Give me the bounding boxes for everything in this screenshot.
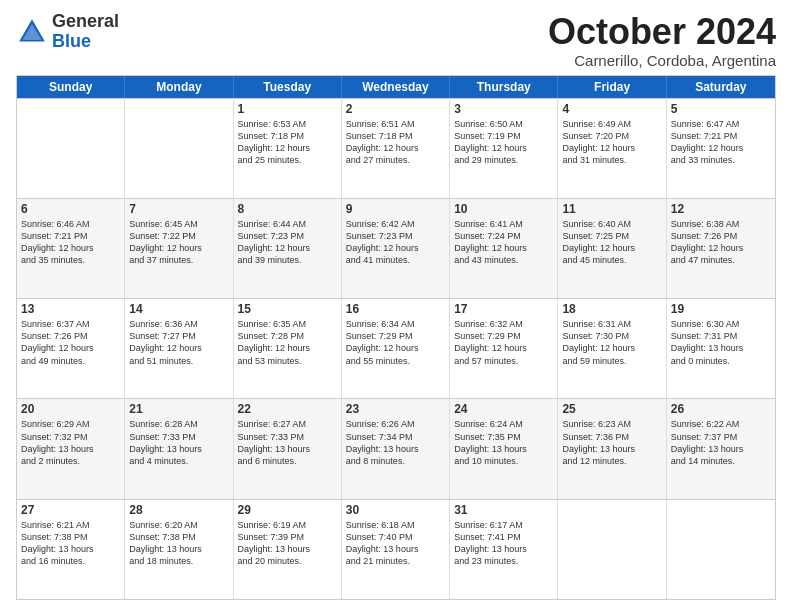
- calendar-day-header: Friday: [558, 76, 666, 98]
- calendar-cell: 8Sunrise: 6:44 AM Sunset: 7:23 PM Daylig…: [234, 199, 342, 298]
- calendar-header: SundayMondayTuesdayWednesdayThursdayFrid…: [17, 76, 775, 98]
- calendar-day-header: Monday: [125, 76, 233, 98]
- cell-detail: Sunrise: 6:47 AM Sunset: 7:21 PM Dayligh…: [671, 118, 771, 167]
- day-number: 24: [454, 402, 553, 416]
- cell-detail: Sunrise: 6:42 AM Sunset: 7:23 PM Dayligh…: [346, 218, 445, 267]
- cell-detail: Sunrise: 6:35 AM Sunset: 7:28 PM Dayligh…: [238, 318, 337, 367]
- calendar-cell: 2Sunrise: 6:51 AM Sunset: 7:18 PM Daylig…: [342, 99, 450, 198]
- calendar-day-header: Tuesday: [234, 76, 342, 98]
- calendar-cell: 19Sunrise: 6:30 AM Sunset: 7:31 PM Dayli…: [667, 299, 775, 398]
- day-number: 1: [238, 102, 337, 116]
- day-number: 21: [129, 402, 228, 416]
- day-number: 12: [671, 202, 771, 216]
- logo-blue: Blue: [52, 32, 119, 52]
- logo-general: General: [52, 12, 119, 32]
- title-block: October 2024 Carnerillo, Cordoba, Argent…: [548, 12, 776, 69]
- cell-detail: Sunrise: 6:46 AM Sunset: 7:21 PM Dayligh…: [21, 218, 120, 267]
- day-number: 17: [454, 302, 553, 316]
- day-number: 22: [238, 402, 337, 416]
- cell-detail: Sunrise: 6:17 AM Sunset: 7:41 PM Dayligh…: [454, 519, 553, 568]
- calendar-cell: 14Sunrise: 6:36 AM Sunset: 7:27 PM Dayli…: [125, 299, 233, 398]
- calendar-cell: 24Sunrise: 6:24 AM Sunset: 7:35 PM Dayli…: [450, 399, 558, 498]
- cell-detail: Sunrise: 6:53 AM Sunset: 7:18 PM Dayligh…: [238, 118, 337, 167]
- calendar-cell: 3Sunrise: 6:50 AM Sunset: 7:19 PM Daylig…: [450, 99, 558, 198]
- day-number: 7: [129, 202, 228, 216]
- day-number: 5: [671, 102, 771, 116]
- day-number: 14: [129, 302, 228, 316]
- logo: General Blue: [16, 12, 119, 52]
- calendar-cell: 4Sunrise: 6:49 AM Sunset: 7:20 PM Daylig…: [558, 99, 666, 198]
- cell-detail: Sunrise: 6:41 AM Sunset: 7:24 PM Dayligh…: [454, 218, 553, 267]
- day-number: 2: [346, 102, 445, 116]
- day-number: 16: [346, 302, 445, 316]
- calendar-cell: 11Sunrise: 6:40 AM Sunset: 7:25 PM Dayli…: [558, 199, 666, 298]
- calendar: SundayMondayTuesdayWednesdayThursdayFrid…: [16, 75, 776, 600]
- cell-detail: Sunrise: 6:45 AM Sunset: 7:22 PM Dayligh…: [129, 218, 228, 267]
- day-number: 8: [238, 202, 337, 216]
- calendar-day-header: Wednesday: [342, 76, 450, 98]
- calendar-week: 13Sunrise: 6:37 AM Sunset: 7:26 PM Dayli…: [17, 298, 775, 398]
- calendar-cell: 15Sunrise: 6:35 AM Sunset: 7:28 PM Dayli…: [234, 299, 342, 398]
- cell-detail: Sunrise: 6:34 AM Sunset: 7:29 PM Dayligh…: [346, 318, 445, 367]
- cell-detail: Sunrise: 6:23 AM Sunset: 7:36 PM Dayligh…: [562, 418, 661, 467]
- calendar-day-header: Thursday: [450, 76, 558, 98]
- cell-detail: Sunrise: 6:21 AM Sunset: 7:38 PM Dayligh…: [21, 519, 120, 568]
- day-number: 9: [346, 202, 445, 216]
- calendar-cell: 23Sunrise: 6:26 AM Sunset: 7:34 PM Dayli…: [342, 399, 450, 498]
- cell-detail: Sunrise: 6:31 AM Sunset: 7:30 PM Dayligh…: [562, 318, 661, 367]
- day-number: 4: [562, 102, 661, 116]
- cell-detail: Sunrise: 6:51 AM Sunset: 7:18 PM Dayligh…: [346, 118, 445, 167]
- calendar-cell: 7Sunrise: 6:45 AM Sunset: 7:22 PM Daylig…: [125, 199, 233, 298]
- day-number: 19: [671, 302, 771, 316]
- day-number: 18: [562, 302, 661, 316]
- day-number: 23: [346, 402, 445, 416]
- logo-text: General Blue: [52, 12, 119, 52]
- day-number: 10: [454, 202, 553, 216]
- cell-detail: Sunrise: 6:30 AM Sunset: 7:31 PM Dayligh…: [671, 318, 771, 367]
- cell-detail: Sunrise: 6:50 AM Sunset: 7:19 PM Dayligh…: [454, 118, 553, 167]
- cell-detail: Sunrise: 6:18 AM Sunset: 7:40 PM Dayligh…: [346, 519, 445, 568]
- calendar-cell: 31Sunrise: 6:17 AM Sunset: 7:41 PM Dayli…: [450, 500, 558, 599]
- calendar-cell: 6Sunrise: 6:46 AM Sunset: 7:21 PM Daylig…: [17, 199, 125, 298]
- calendar-cell: 18Sunrise: 6:31 AM Sunset: 7:30 PM Dayli…: [558, 299, 666, 398]
- day-number: 31: [454, 503, 553, 517]
- cell-detail: Sunrise: 6:32 AM Sunset: 7:29 PM Dayligh…: [454, 318, 553, 367]
- day-number: 28: [129, 503, 228, 517]
- calendar-cell: 9Sunrise: 6:42 AM Sunset: 7:23 PM Daylig…: [342, 199, 450, 298]
- calendar-cell: 21Sunrise: 6:28 AM Sunset: 7:33 PM Dayli…: [125, 399, 233, 498]
- calendar-cell: 17Sunrise: 6:32 AM Sunset: 7:29 PM Dayli…: [450, 299, 558, 398]
- calendar-cell: 25Sunrise: 6:23 AM Sunset: 7:36 PM Dayli…: [558, 399, 666, 498]
- day-number: 6: [21, 202, 120, 216]
- cell-detail: Sunrise: 6:24 AM Sunset: 7:35 PM Dayligh…: [454, 418, 553, 467]
- calendar-cell: 22Sunrise: 6:27 AM Sunset: 7:33 PM Dayli…: [234, 399, 342, 498]
- page: General Blue October 2024 Carnerillo, Co…: [0, 0, 792, 612]
- day-number: 25: [562, 402, 661, 416]
- cell-detail: Sunrise: 6:20 AM Sunset: 7:38 PM Dayligh…: [129, 519, 228, 568]
- calendar-week: 27Sunrise: 6:21 AM Sunset: 7:38 PM Dayli…: [17, 499, 775, 599]
- day-number: 26: [671, 402, 771, 416]
- logo-icon: [16, 16, 48, 48]
- calendar-cell: 10Sunrise: 6:41 AM Sunset: 7:24 PM Dayli…: [450, 199, 558, 298]
- cell-detail: Sunrise: 6:19 AM Sunset: 7:39 PM Dayligh…: [238, 519, 337, 568]
- calendar-cell: 27Sunrise: 6:21 AM Sunset: 7:38 PM Dayli…: [17, 500, 125, 599]
- cell-detail: Sunrise: 6:49 AM Sunset: 7:20 PM Dayligh…: [562, 118, 661, 167]
- calendar-cell: 29Sunrise: 6:19 AM Sunset: 7:39 PM Dayli…: [234, 500, 342, 599]
- cell-detail: Sunrise: 6:22 AM Sunset: 7:37 PM Dayligh…: [671, 418, 771, 467]
- day-number: 29: [238, 503, 337, 517]
- day-number: 13: [21, 302, 120, 316]
- calendar-cell: 5Sunrise: 6:47 AM Sunset: 7:21 PM Daylig…: [667, 99, 775, 198]
- day-number: 20: [21, 402, 120, 416]
- calendar-cell: [667, 500, 775, 599]
- calendar-cell: 12Sunrise: 6:38 AM Sunset: 7:26 PM Dayli…: [667, 199, 775, 298]
- day-number: 3: [454, 102, 553, 116]
- day-number: 30: [346, 503, 445, 517]
- calendar-week: 6Sunrise: 6:46 AM Sunset: 7:21 PM Daylig…: [17, 198, 775, 298]
- cell-detail: Sunrise: 6:38 AM Sunset: 7:26 PM Dayligh…: [671, 218, 771, 267]
- cell-detail: Sunrise: 6:40 AM Sunset: 7:25 PM Dayligh…: [562, 218, 661, 267]
- header: General Blue October 2024 Carnerillo, Co…: [16, 12, 776, 69]
- cell-detail: Sunrise: 6:37 AM Sunset: 7:26 PM Dayligh…: [21, 318, 120, 367]
- calendar-cell: 20Sunrise: 6:29 AM Sunset: 7:32 PM Dayli…: [17, 399, 125, 498]
- calendar-week: 20Sunrise: 6:29 AM Sunset: 7:32 PM Dayli…: [17, 398, 775, 498]
- calendar-cell: 1Sunrise: 6:53 AM Sunset: 7:18 PM Daylig…: [234, 99, 342, 198]
- calendar-cell: [558, 500, 666, 599]
